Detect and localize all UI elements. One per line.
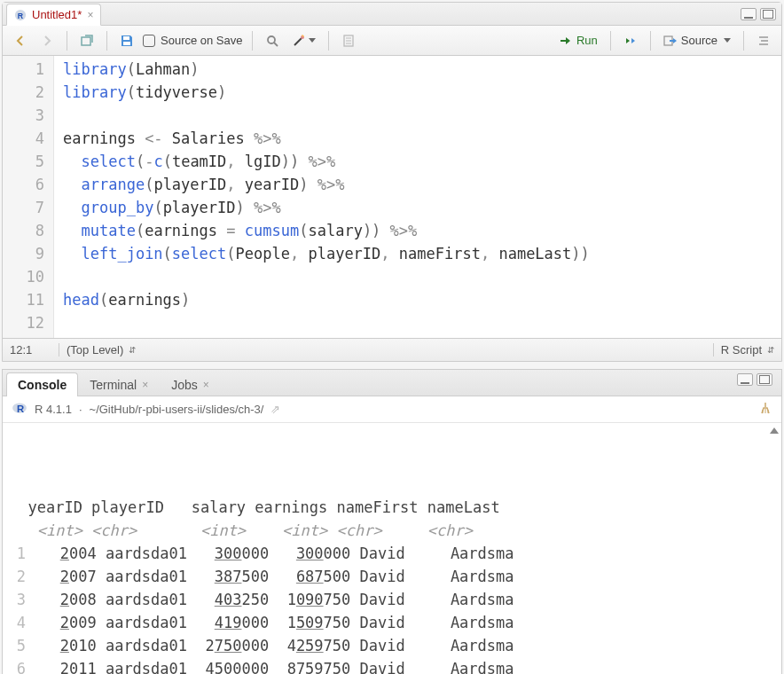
scope-selector[interactable]: (Top Level) ⇵ xyxy=(59,343,136,357)
checkbox-icon xyxy=(143,35,155,47)
svg-rect-2 xyxy=(82,37,90,45)
table-row: 6 2011 aardsda01 4500000 8759750 David A… xyxy=(10,657,781,674)
show-in-new-window-button[interactable] xyxy=(76,31,98,51)
svg-text:R: R xyxy=(17,404,24,414)
source-button-label: Source xyxy=(681,34,717,47)
line-number-gutter: 123456789101112 xyxy=(3,56,54,338)
language-selector[interactable]: R Script ⇵ xyxy=(713,343,774,357)
console-pane: ConsoleTerminal×Jobs× R R 4.1.1 · ~/GitH… xyxy=(2,369,782,674)
clear-console-button[interactable] xyxy=(758,401,772,419)
scroll-up-icon[interactable] xyxy=(769,425,780,435)
minimize-pane-button[interactable] xyxy=(741,8,757,20)
close-icon[interactable]: × xyxy=(87,9,93,21)
sort-icon: ⇵ xyxy=(767,345,774,355)
console-tabbar: ConsoleTerminal×Jobs× xyxy=(3,370,781,396)
nav-back-button[interactable] xyxy=(10,31,31,51)
find-button[interactable] xyxy=(262,31,283,51)
tab-label: Terminal xyxy=(90,378,137,392)
console-tab-terminal[interactable]: Terminal× xyxy=(78,372,160,396)
table-row: 4 2009 aardsda01 419000 1509750 David Aa… xyxy=(10,611,781,634)
run-button[interactable]: Run xyxy=(555,31,601,51)
run-button-label: Run xyxy=(576,34,598,47)
svg-rect-4 xyxy=(123,42,130,45)
source-on-save-label: Source on Save xyxy=(161,34,243,47)
close-icon[interactable]: × xyxy=(142,379,148,391)
table-row: 2 2007 aardsda01 387500 687500 David Aar… xyxy=(10,565,781,588)
wd-popout-icon[interactable]: ⇗ xyxy=(270,403,280,416)
table-row: 3 2008 aardsda01 403250 1090750 David Aa… xyxy=(10,588,781,611)
info-separator: · xyxy=(79,403,82,416)
scope-label: (Top Level) xyxy=(67,343,123,357)
r-logo-icon: R xyxy=(12,400,27,419)
rerun-button[interactable] xyxy=(620,31,641,51)
console-tab-console[interactable]: Console xyxy=(6,372,78,396)
editor-window-controls xyxy=(741,8,781,20)
tab-label: Jobs xyxy=(171,378,198,392)
sort-icon: ⇵ xyxy=(129,345,136,355)
console-tab-jobs[interactable]: Jobs× xyxy=(160,372,221,396)
save-button[interactable] xyxy=(116,31,137,51)
cursor-position: 12:1 xyxy=(10,343,59,357)
close-icon[interactable]: × xyxy=(203,379,209,391)
console-output[interactable]: yearID playerID salary earnings nameFirs… xyxy=(3,423,781,674)
editor-pane: R Untitled1* × Source on Save xyxy=(2,2,782,362)
editor-tab-label: Untitled1* xyxy=(32,8,82,21)
code-tools-button[interactable] xyxy=(288,31,319,51)
maximize-pane-button[interactable] xyxy=(757,373,772,386)
source-on-save-toggle[interactable]: Source on Save xyxy=(143,34,243,47)
editor-tabbar: R Untitled1* × xyxy=(3,3,781,26)
nav-forward-button[interactable] xyxy=(36,31,58,51)
maximize-pane-button[interactable] xyxy=(760,8,776,20)
svg-point-5 xyxy=(268,36,275,43)
chevron-down-icon xyxy=(309,38,316,43)
tab-label: Console xyxy=(18,378,67,392)
code-content[interactable]: library(Lahman)library(tidyverse) earnin… xyxy=(54,56,781,338)
svg-rect-3 xyxy=(123,36,129,40)
editor-toolbar: Source on Save Run Source xyxy=(3,26,781,56)
compile-report-button[interactable] xyxy=(338,31,359,51)
source-button[interactable]: Source xyxy=(660,31,734,51)
editor-tab-untitled[interactable]: R Untitled1* × xyxy=(6,4,101,26)
language-label: R Script xyxy=(721,343,762,357)
console-info-bar: R R 4.1.1 · ~/GitHub/r-pbi-users-ii/slid… xyxy=(3,396,781,423)
r-version-label: R 4.1.1 xyxy=(35,403,72,416)
minimize-pane-button[interactable] xyxy=(737,373,753,386)
working-directory[interactable]: ~/GitHub/r-pbi-users-ii/slides/ch-3/ xyxy=(90,403,264,416)
code-editor[interactable]: 123456789101112 library(Lahman)library(t… xyxy=(3,56,781,338)
table-row: 1 2004 aardsda01 300000 300000 David Aar… xyxy=(10,542,781,565)
svg-line-6 xyxy=(274,43,278,46)
outline-button[interactable] xyxy=(753,31,774,51)
editor-statusbar: 12:1 (Top Level) ⇵ R Script ⇵ xyxy=(3,338,781,361)
r-file-icon: R xyxy=(14,9,27,21)
table-row: 5 2010 aardsda01 2750000 4259750 David A… xyxy=(10,634,781,657)
svg-text:R: R xyxy=(18,11,24,20)
chevron-down-icon xyxy=(724,38,731,43)
console-window-controls xyxy=(737,373,778,386)
